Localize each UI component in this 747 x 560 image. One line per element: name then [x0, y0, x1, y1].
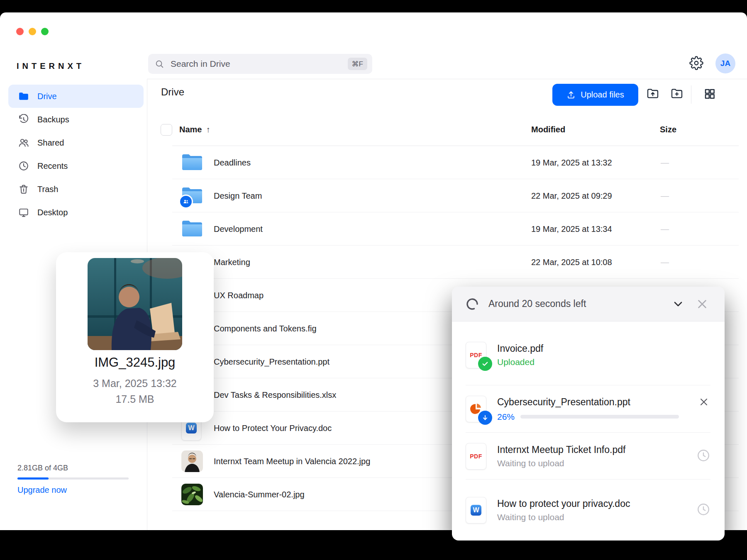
- upload-icon: [566, 90, 576, 100]
- preview-size: 17.5 MB: [56, 393, 214, 405]
- storage-progressbar: [17, 477, 129, 480]
- sidebar-item-desktop[interactable]: Desktop: [8, 201, 144, 224]
- preview-date: 3 Mar, 2025 13:32: [56, 377, 214, 390]
- user-avatar[interactable]: JA: [715, 54, 735, 73]
- sidebar-item-shared[interactable]: Shared: [8, 131, 144, 154]
- photo-thumbnail: [181, 484, 203, 505]
- upload-item-name: Invoice.pdf: [497, 343, 725, 354]
- app-logo: INTERNXT: [17, 61, 85, 71]
- sidebar-item-label: Shared: [37, 138, 64, 148]
- folder-icon: [18, 91, 29, 102]
- file-name: How to Protect Your Privacy.doc: [214, 424, 332, 433]
- collapse-panel-button[interactable]: [670, 296, 686, 312]
- sidebar-item-label: Recents: [37, 161, 68, 171]
- sidebar-item-label: Desktop: [37, 208, 68, 217]
- uploading-arrow-icon: [478, 411, 492, 425]
- close-icon: [698, 396, 710, 408]
- clock-icon: [18, 161, 29, 171]
- upload-progress-percent: 26%: [497, 412, 520, 422]
- spinner-icon: [466, 298, 478, 310]
- upload-item: Cybersecurity_Presentation.ppt 26%: [452, 385, 725, 433]
- folder-upload-icon: [646, 87, 659, 102]
- upload-item-status: Waiting to upload: [497, 512, 725, 522]
- sidebar-item-recents[interactable]: Recents: [8, 154, 144, 178]
- time-left-label: Around 20 seconds left: [488, 298, 670, 309]
- upload-files-button[interactable]: Upload files: [552, 84, 638, 106]
- grid-view-icon: [703, 88, 716, 102]
- preview-filename: IMG_3245.jpg: [56, 355, 214, 370]
- file-modified: 22 Mar, 2025 at 10:08: [531, 258, 612, 267]
- page-title: Drive: [161, 86, 184, 98]
- upload-item: W How to protect your privacy.doc Waitin…: [452, 480, 725, 541]
- sidebar-item-trash[interactable]: Trash: [8, 178, 144, 201]
- view-toggle-button[interactable]: [700, 85, 720, 105]
- sidebar-item-drive[interactable]: Drive: [8, 85, 144, 108]
- upload-item-name: How to protect your privacy.doc: [497, 498, 725, 509]
- photo-thumbnail: [181, 450, 203, 472]
- storage-usage-label: 2.81GB of 4GB: [17, 464, 68, 472]
- column-header-size[interactable]: Size: [660, 125, 676, 134]
- search-bar[interactable]: ⌘F: [148, 54, 372, 74]
- file-preview-card: IMG_3245.jpg 3 Mar, 2025 13:32 17.5 MB: [56, 252, 214, 422]
- gear-icon: [689, 56, 703, 72]
- close-panel-button[interactable]: [694, 296, 710, 312]
- traffic-light-close[interactable]: [16, 28, 24, 35]
- file-modified: 22 Mar, 2025 at 09:29: [531, 191, 612, 201]
- uploaded-check-icon: [478, 357, 492, 371]
- upgrade-link[interactable]: Upgrade now: [17, 485, 67, 495]
- folder-icon: [181, 153, 203, 173]
- close-icon: [695, 297, 709, 311]
- file-modified: 19 Mar, 2025 at 13:34: [531, 224, 612, 234]
- file-name: Design Team: [214, 191, 262, 201]
- sidebar-item-label: Trash: [37, 185, 58, 194]
- file-name: Valencia-Summer-02.jpg: [214, 490, 305, 499]
- topbar-divider: [147, 79, 747, 79]
- upload-item-name: Cybersecurity_Presentation.ppt: [497, 397, 725, 408]
- file-size: —: [661, 258, 669, 267]
- pdf-file-icon: PDF: [466, 342, 486, 368]
- shared-folder-badge-icon: [179, 195, 193, 209]
- chevron-down-icon: [671, 297, 685, 311]
- file-size: —: [661, 158, 669, 168]
- history-icon: [18, 114, 29, 125]
- sidebar-item-label: Drive: [37, 92, 57, 101]
- column-header-name[interactable]: Name↑: [179, 125, 210, 134]
- sidebar-item-backups[interactable]: Backups: [8, 108, 144, 131]
- search-input[interactable]: [170, 58, 372, 69]
- ppt-file-icon: [466, 396, 486, 422]
- settings-button[interactable]: [689, 56, 704, 71]
- pending-clock-icon: [696, 502, 710, 518]
- preview-image: [88, 258, 182, 350]
- cancel-upload-button[interactable]: [696, 394, 711, 409]
- select-all-checkbox[interactable]: [161, 124, 172, 136]
- folder-icon: [181, 198, 203, 205]
- file-size: —: [661, 191, 669, 201]
- folder-icon: [181, 219, 203, 239]
- sort-arrow: ↑: [206, 125, 210, 134]
- upload-item-status: Waiting to upload: [497, 458, 725, 468]
- file-name: Components and Tokens.fig: [214, 324, 317, 334]
- file-size: —: [661, 224, 669, 234]
- upload-item-status: Uploaded: [497, 357, 725, 367]
- file-name: Cybersecurity_Presentation.ppt: [214, 357, 330, 367]
- traffic-light-zoom[interactable]: [41, 28, 49, 35]
- screen: INTERNXT ⌘F JA Drive Backups: [0, 0, 747, 560]
- file-name: Marketing: [214, 258, 250, 267]
- search-icon: [155, 59, 164, 68]
- sidebar: Drive Backups Shared Recents Trash: [8, 85, 144, 224]
- upload-folder-button[interactable]: [643, 85, 663, 105]
- word-doc-icon: W: [466, 497, 486, 523]
- upload-item-name: Internxt Meetup Ticket Info.pdf: [497, 444, 725, 455]
- folder-plus-icon: [670, 87, 684, 102]
- monitor-icon: [18, 207, 29, 218]
- storage-progress-fill: [17, 477, 49, 480]
- toolbar-separator: [691, 85, 691, 104]
- traffic-light-minimize[interactable]: [29, 28, 36, 35]
- people-icon: [18, 137, 29, 148]
- pending-clock-icon: [696, 448, 710, 464]
- sidebar-item-label: Backups: [37, 115, 69, 124]
- column-header-modified[interactable]: Modified: [531, 125, 565, 134]
- new-folder-button[interactable]: [667, 85, 687, 105]
- upload-item: PDF Internxt Meetup Ticket Info.pdf Wait…: [452, 433, 725, 480]
- file-modified: 19 Mar, 2025 at 13:32: [531, 158, 612, 168]
